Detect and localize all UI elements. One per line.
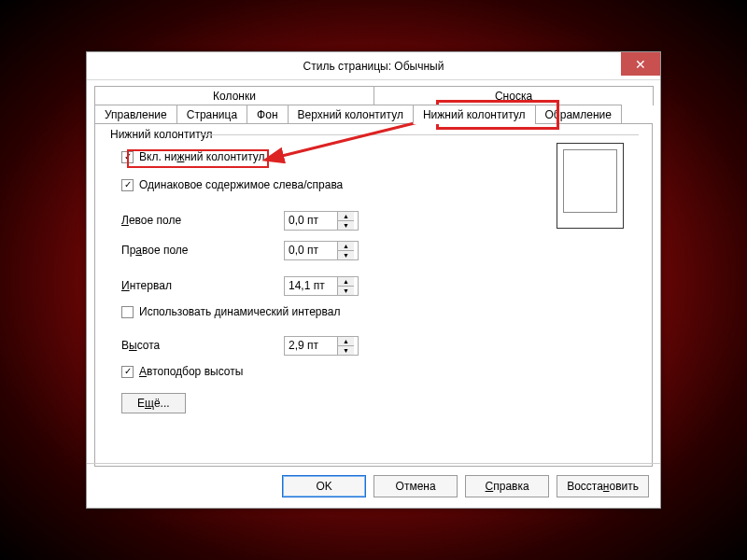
- group-separator: [200, 134, 639, 135]
- spin-down-icon[interactable]: ▼: [338, 221, 354, 230]
- spin-down-icon[interactable]: ▼: [338, 346, 354, 355]
- close-icon: ✕: [635, 57, 646, 72]
- button-bar: OK Отмена Справка Восстановить: [87, 463, 660, 508]
- dynamic-spacing-checkbox[interactable]: [121, 306, 134, 318]
- tab-footer[interactable]: Нижний колонтитул: [413, 105, 536, 124]
- dialog-title: Стиль страницы: Обычный: [87, 60, 660, 73]
- page-style-dialog: Стиль страницы: Обычный ✕ Колонки Сноска…: [86, 51, 661, 509]
- spacing-label: Интервал: [121, 279, 284, 292]
- tabs: Колонки Сноска Управление Страница Фон В…: [87, 80, 660, 124]
- tab-columns[interactable]: Колонки: [94, 86, 374, 105]
- close-button[interactable]: ✕: [621, 52, 660, 76]
- height-input[interactable]: [285, 337, 337, 355]
- left-margin-input[interactable]: [285, 212, 337, 230]
- left-margin-spinner[interactable]: ▲▼: [284, 211, 359, 231]
- dynamic-spacing-label: Использовать динамический интервал: [139, 305, 340, 318]
- ok-button[interactable]: OK: [282, 475, 366, 497]
- spin-up-icon[interactable]: ▲: [338, 242, 354, 251]
- enable-footer-checkbox[interactable]: [121, 151, 134, 163]
- spin-up-icon[interactable]: ▲: [338, 337, 354, 346]
- spacing-spinner[interactable]: ▲▼: [284, 276, 359, 296]
- help-button[interactable]: Справка: [465, 475, 549, 497]
- height-spinner[interactable]: ▲▼: [284, 336, 359, 356]
- spacing-input[interactable]: [285, 277, 337, 295]
- tab-borders[interactable]: Обрамление: [535, 105, 622, 124]
- reset-button[interactable]: Восстановить: [557, 475, 649, 497]
- autofit-checkbox[interactable]: [121, 366, 134, 378]
- tab-footnote[interactable]: Сноска: [374, 86, 654, 105]
- same-content-checkbox[interactable]: [121, 179, 134, 191]
- cancel-button[interactable]: Отмена: [374, 475, 458, 497]
- spin-down-icon[interactable]: ▼: [338, 251, 354, 259]
- spin-up-icon[interactable]: ▲: [338, 277, 354, 287]
- same-content-label: Одинаковое содержимое слева/справа: [139, 178, 343, 191]
- right-margin-input[interactable]: [285, 242, 337, 259]
- footer-panel: Нижний колонтитул Вкл. нижний колонтитул…: [94, 123, 653, 467]
- more-button[interactable]: Ещё...: [121, 393, 186, 413]
- left-margin-label: Левое поле: [121, 214, 284, 227]
- right-margin-label: Правое поле: [121, 244, 284, 257]
- autofit-label: Автоподбор высоты: [139, 365, 243, 378]
- tab-page[interactable]: Страница: [176, 105, 247, 124]
- enable-footer-label: Вкл. нижний колонтитул: [139, 150, 265, 163]
- right-margin-spinner[interactable]: ▲▼: [284, 241, 359, 260]
- titlebar: Стиль страницы: Обычный ✕: [87, 52, 660, 80]
- tab-organizer[interactable]: Управление: [94, 105, 177, 124]
- spin-down-icon[interactable]: ▼: [338, 287, 354, 295]
- tab-header[interactable]: Верхний колонтитул: [288, 105, 414, 124]
- spin-up-icon[interactable]: ▲: [338, 212, 354, 221]
- height-label: Высота: [121, 339, 284, 352]
- tab-background[interactable]: Фон: [247, 105, 288, 124]
